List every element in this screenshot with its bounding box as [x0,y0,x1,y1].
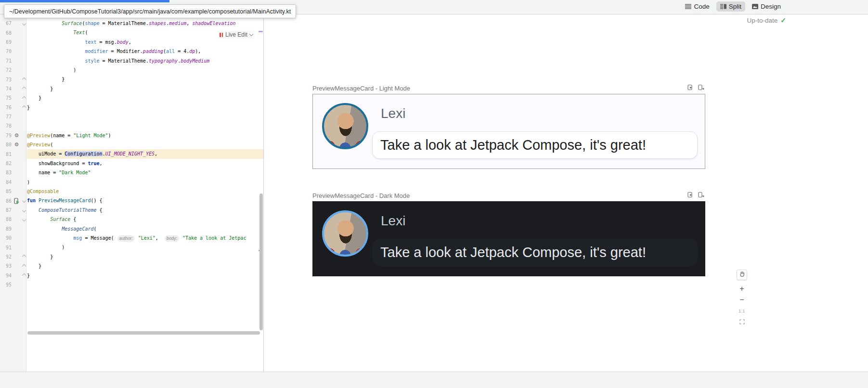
file-path-text: ~/Development/GitHub/ComposeTutorial3/ap… [9,8,291,15]
pan-tool-button[interactable] [737,270,747,280]
run-on-device-icon[interactable] [698,192,704,198]
code-text[interactable]: ) [27,178,263,187]
code-text[interactable]: msg = Message( author: "Lexi", body: "Ta… [27,233,263,243]
interactive-mode-icon[interactable] [687,192,694,198]
code-line[interactable]: 77 [0,112,263,121]
split-view-button[interactable]: Split [716,1,745,12]
code-line[interactable]: 76} [0,103,263,112]
code-line[interactable]: 82 showBackground = true, [0,159,263,168]
zoom-in-button[interactable]: + [737,284,747,294]
code-line[interactable]: 71 style = MaterialTheme.typography.body… [0,56,263,65]
fold-marker-icon[interactable] [21,265,27,268]
preview-settings-gear-icon[interactable]: ⚙ [13,133,21,138]
fold-marker-icon[interactable] [21,87,27,90]
code-view-label: Code [694,3,709,10]
code-line[interactable]: 94} [0,271,263,280]
preview-build-status: Up-to-date ✓ [747,16,786,24]
run-on-device-icon[interactable] [698,84,704,91]
code-text[interactable]: style = MaterialTheme.typography.bodyMed… [27,56,263,65]
code-line[interactable]: 91 ) [0,243,263,252]
code-text[interactable]: } [27,84,263,93]
code-line[interactable]: 73 } [0,75,263,84]
code-text[interactable]: uiMode = Configuration.UI_MODE_NIGHT_YES… [27,149,263,158]
code-line[interactable]: 93 } [0,261,263,271]
code-line[interactable]: 74 } [0,84,263,93]
code-text[interactable]: @Preview( [27,140,263,149]
code-line[interactable]: 78 [0,121,263,130]
fold-marker-icon[interactable] [21,218,27,221]
line-number: 86 [0,198,13,204]
code-line[interactable]: 75 } [0,93,263,103]
fold-marker-icon[interactable] [21,97,27,100]
code-line[interactable]: 87 ComposeTutorialTheme { [0,206,263,215]
fold-marker-icon[interactable] [21,78,27,81]
fold-marker-icon[interactable] [21,22,27,25]
code-text[interactable] [27,112,263,121]
fold-marker-icon[interactable] [21,199,27,202]
code-line[interactable]: 92 } [0,252,263,261]
fold-marker-icon[interactable] [21,255,27,258]
code-line[interactable]: 70 modifier = Modifier.padding(all = 4.d… [0,47,263,56]
preview-surface[interactable]: LexiTake a look at Jetpack Compose, it's… [312,94,705,169]
code-line[interactable]: 81 uiMode = Configuration.UI_MODE_NIGHT_… [0,149,263,158]
code-text[interactable]: showBackground = true, [27,159,263,168]
code-line[interactable]: 95 [0,280,263,289]
code-line[interactable]: 90 msg = Message( author: "Lexi", body: … [0,233,263,243]
code-text[interactable]: @Composable [27,187,263,196]
code-text[interactable] [27,280,263,289]
code-text[interactable]: Surface(shape = MaterialTheme.shapes.med… [27,19,263,28]
code-view-button[interactable]: Code [681,1,713,12]
code-text[interactable]: Surface { [27,215,263,224]
vcs-change-marker [259,31,263,32]
android-studio-split-editor: Code Split Design ~/Development/GitHub/C… [0,0,868,388]
code-text[interactable]: } [27,103,263,112]
design-view-button[interactable]: Design [748,1,785,12]
design-view-label: Design [761,3,781,10]
code-line[interactable]: 80⚙@Preview( [0,140,263,149]
code-line[interactable]: 88 Surface { [0,215,263,224]
code-text[interactable]: ) [27,243,263,252]
code-text[interactable]: modifier = Modifier.padding(all = 4.dp), [27,47,263,56]
code-line[interactable]: 85@Composable [0,187,263,196]
code-text[interactable]: } [27,271,263,280]
code-text[interactable]: } [27,75,263,84]
code-editor[interactable]: 67 Surface(shape = MaterialTheme.shapes.… [0,14,263,372]
vertical-scrollbar[interactable] [259,194,263,330]
zoom-actual-button[interactable]: 1:1 [737,306,747,316]
code-text[interactable]: @Preview(name = "Light Mode") [27,131,263,140]
code-lines[interactable]: 67 Surface(shape = MaterialTheme.shapes.… [0,19,263,289]
run-preview-icon[interactable] [13,198,21,204]
code-line[interactable]: 72 ) [0,65,263,75]
code-text[interactable]: fun PreviewMessageCard() { [27,196,263,205]
zoom-out-button[interactable]: − [737,295,747,305]
code-text[interactable]: name = "Dark Mode" [27,168,263,177]
split-view-label: Split [729,3,741,10]
live-edit-widget[interactable]: Live Edit [218,30,255,39]
preview-actions [687,192,704,198]
fold-marker-icon[interactable] [21,209,27,212]
preview-settings-gear-icon[interactable]: ⚙ [13,142,21,147]
code-text[interactable] [27,121,263,130]
code-text[interactable]: ) [27,65,263,75]
code-text[interactable]: ComposeTutorialTheme { [27,206,263,215]
view-mode-switcher: Code Split Design [681,1,785,12]
code-text[interactable]: MessageCard( [27,224,263,233]
code-line[interactable]: 89 MessageCard( [0,224,263,233]
code-line[interactable]: 84) [0,178,263,187]
preview-surface[interactable]: LexiTake a look at Jetpack Compose, it's… [312,201,705,276]
interactive-mode-icon[interactable] [687,84,694,91]
horizontal-scrollbar[interactable] [27,331,260,335]
check-icon: ✓ [780,16,786,24]
code-text[interactable]: } [27,93,263,103]
code-line[interactable]: 86fun PreviewMessageCard() { [0,196,263,205]
code-line[interactable]: 83 name = "Dark Mode" [0,168,263,177]
active-tab-indicator [0,0,169,2]
code-line[interactable]: 67 Surface(shape = MaterialTheme.shapes.… [0,19,263,28]
code-line[interactable]: 79⚙@Preview(name = "Light Mode") [0,131,263,140]
zoom-to-fit-button[interactable] [737,317,747,327]
fold-marker-icon[interactable] [21,274,27,277]
code-text[interactable]: } [27,261,263,271]
fold-marker-icon[interactable] [21,106,27,109]
avatar [322,210,368,257]
code-text[interactable]: } [27,252,263,261]
